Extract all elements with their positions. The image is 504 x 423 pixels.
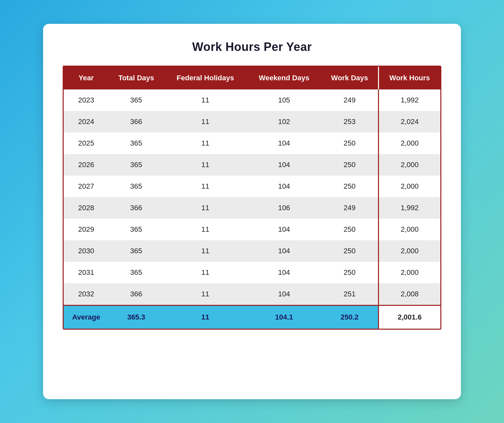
cell-total-days: 365 bbox=[109, 262, 164, 283]
cell-total-days: 366 bbox=[109, 283, 164, 306]
cell-federal-holidays: 11 bbox=[164, 176, 247, 197]
table-row: 2031365111042502,000 bbox=[64, 262, 440, 283]
cell-year: 2025 bbox=[64, 133, 109, 154]
cell-work-days: 249 bbox=[321, 89, 378, 111]
cell-total-days: 365 bbox=[109, 133, 164, 154]
footer-federal-holidays: 11 bbox=[164, 306, 247, 329]
table-row: 2029365111042502,000 bbox=[64, 219, 440, 240]
col-header-weekend-days: Weekend Days bbox=[247, 67, 321, 89]
cell-work-hours: 2,000 bbox=[378, 240, 440, 262]
cell-work-hours: 2,024 bbox=[378, 111, 440, 133]
cell-year: 2023 bbox=[64, 89, 109, 111]
cell-work-hours: 1,992 bbox=[378, 89, 440, 111]
table-row: 2026365111042502,000 bbox=[64, 154, 440, 176]
cell-total-days: 365 bbox=[109, 219, 164, 240]
cell-weekend-days: 104 bbox=[247, 240, 321, 262]
table-row: 2030365111042502,000 bbox=[64, 240, 440, 262]
table-row: 2028366111062491,992 bbox=[64, 197, 440, 219]
cell-federal-holidays: 11 bbox=[164, 262, 247, 283]
cell-year: 2029 bbox=[64, 219, 109, 240]
cell-year: 2026 bbox=[64, 154, 109, 176]
cell-work-days: 250 bbox=[321, 154, 378, 176]
cell-year: 2032 bbox=[64, 283, 109, 306]
cell-weekend-days: 104 bbox=[247, 262, 321, 283]
cell-work-hours: 2,000 bbox=[378, 133, 440, 154]
cell-weekend-days: 105 bbox=[247, 89, 321, 111]
work-hours-table: Year Total Days Federal Holidays Weekend… bbox=[64, 67, 440, 329]
table-row: 2023365111052491,992 bbox=[64, 89, 440, 111]
col-header-work-hours: Work Hours bbox=[378, 67, 440, 89]
table-row: 2032366111042512,008 bbox=[64, 283, 440, 306]
cell-federal-holidays: 11 bbox=[164, 111, 247, 133]
cell-federal-holidays: 11 bbox=[164, 219, 247, 240]
cell-year: 2028 bbox=[64, 197, 109, 219]
col-header-year: Year bbox=[64, 67, 109, 89]
cell-weekend-days: 104 bbox=[247, 219, 321, 240]
cell-year: 2027 bbox=[64, 176, 109, 197]
table-row: 2024366111022532,024 bbox=[64, 111, 440, 133]
table-wrapper: Year Total Days Federal Holidays Weekend… bbox=[63, 66, 441, 330]
table-row: 2025365111042502,000 bbox=[64, 133, 440, 154]
cell-work-days: 251 bbox=[321, 283, 378, 306]
cell-work-hours: 2,000 bbox=[378, 219, 440, 240]
cell-federal-holidays: 11 bbox=[164, 197, 247, 219]
cell-work-days: 250 bbox=[321, 240, 378, 262]
cell-work-hours: 2,000 bbox=[378, 176, 440, 197]
table-header-row: Year Total Days Federal Holidays Weekend… bbox=[64, 67, 440, 89]
table-body: 2023365111052491,9922024366111022532,024… bbox=[64, 89, 440, 306]
cell-year: 2030 bbox=[64, 240, 109, 262]
cell-work-days: 250 bbox=[321, 262, 378, 283]
footer-work-days: 250.2 bbox=[321, 306, 378, 329]
page-title: Work Hours Per Year bbox=[192, 40, 312, 54]
cell-total-days: 365 bbox=[109, 154, 164, 176]
cell-weekend-days: 104 bbox=[247, 283, 321, 306]
cell-work-hours: 1,992 bbox=[378, 197, 440, 219]
table-footer-row: Average 365.3 11 104.1 250.2 2,001.6 bbox=[64, 306, 440, 329]
cell-work-days: 250 bbox=[321, 133, 378, 154]
col-header-federal-holidays: Federal Holidays bbox=[164, 67, 247, 89]
cell-work-hours: 2,000 bbox=[378, 262, 440, 283]
main-card: Work Hours Per Year Year Total Days Fede… bbox=[43, 24, 461, 399]
cell-work-days: 249 bbox=[321, 197, 378, 219]
cell-total-days: 365 bbox=[109, 176, 164, 197]
cell-total-days: 365 bbox=[109, 240, 164, 262]
cell-total-days: 365 bbox=[109, 89, 164, 111]
cell-work-days: 253 bbox=[321, 111, 378, 133]
cell-work-hours: 2,008 bbox=[378, 283, 440, 306]
cell-total-days: 366 bbox=[109, 111, 164, 133]
footer-label: Average bbox=[64, 306, 109, 329]
cell-weekend-days: 104 bbox=[247, 154, 321, 176]
col-header-total-days: Total Days bbox=[109, 67, 164, 89]
cell-weekend-days: 104 bbox=[247, 176, 321, 197]
cell-weekend-days: 102 bbox=[247, 111, 321, 133]
table-row: 2027365111042502,000 bbox=[64, 176, 440, 197]
cell-work-hours: 2,000 bbox=[378, 154, 440, 176]
cell-year: 2031 bbox=[64, 262, 109, 283]
footer-work-hours: 2,001.6 bbox=[378, 306, 440, 329]
cell-federal-holidays: 11 bbox=[164, 89, 247, 111]
cell-federal-holidays: 11 bbox=[164, 133, 247, 154]
cell-federal-holidays: 11 bbox=[164, 283, 247, 306]
cell-work-days: 250 bbox=[321, 219, 378, 240]
cell-weekend-days: 104 bbox=[247, 133, 321, 154]
col-header-work-days: Work Days bbox=[321, 67, 378, 89]
footer-total-days: 365.3 bbox=[109, 306, 164, 329]
cell-federal-holidays: 11 bbox=[164, 154, 247, 176]
cell-federal-holidays: 11 bbox=[164, 240, 247, 262]
cell-work-days: 250 bbox=[321, 176, 378, 197]
cell-weekend-days: 106 bbox=[247, 197, 321, 219]
cell-year: 2024 bbox=[64, 111, 109, 133]
footer-weekend-days: 104.1 bbox=[247, 306, 321, 329]
cell-total-days: 366 bbox=[109, 197, 164, 219]
